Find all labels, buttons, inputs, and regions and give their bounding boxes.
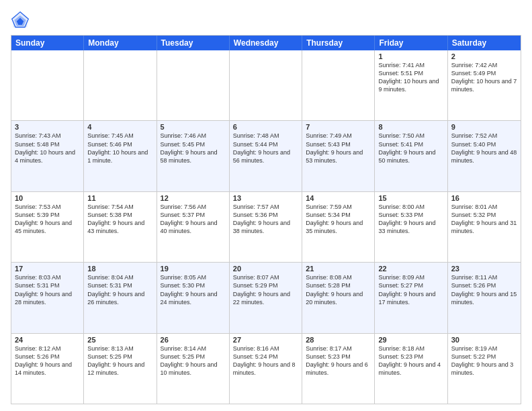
day-cell: 27Sunrise: 8:16 AM Sunset: 5:24 PM Dayli… bbox=[230, 334, 302, 404]
header bbox=[11, 11, 521, 30]
day-number: 4 bbox=[87, 123, 152, 131]
day-cell: 26Sunrise: 8:14 AM Sunset: 5:25 PM Dayli… bbox=[157, 334, 230, 404]
calendar-body: 1Sunrise: 7:41 AM Sunset: 5:51 PM Daylig… bbox=[11, 50, 521, 404]
calendar-row: 24Sunrise: 8:12 AM Sunset: 5:26 PM Dayli… bbox=[11, 333, 521, 404]
weekday-friday: Friday bbox=[375, 36, 447, 50]
day-number: 14 bbox=[306, 194, 371, 202]
day-cell: 7Sunrise: 7:49 AM Sunset: 5:43 PM Daylig… bbox=[302, 121, 375, 191]
weekday-tuesday: Tuesday bbox=[157, 36, 230, 50]
day-info: Sunrise: 7:41 AM Sunset: 5:51 PM Dayligh… bbox=[378, 61, 443, 94]
day-number: 26 bbox=[161, 336, 226, 344]
day-info: Sunrise: 8:11 AM Sunset: 5:26 PM Dayligh… bbox=[451, 273, 517, 306]
empty-cell bbox=[157, 50, 230, 120]
day-number: 15 bbox=[378, 194, 443, 202]
day-cell: 29Sunrise: 8:18 AM Sunset: 5:23 PM Dayli… bbox=[375, 334, 447, 404]
day-info: Sunrise: 7:59 AM Sunset: 5:34 PM Dayligh… bbox=[306, 203, 371, 236]
day-info: Sunrise: 7:54 AM Sunset: 5:38 PM Dayligh… bbox=[87, 203, 152, 236]
day-cell: 10Sunrise: 7:53 AM Sunset: 5:39 PM Dayli… bbox=[11, 192, 84, 262]
empty-cell bbox=[230, 50, 302, 120]
day-info: Sunrise: 8:00 AM Sunset: 5:33 PM Dayligh… bbox=[378, 203, 443, 236]
day-number: 1 bbox=[378, 52, 443, 60]
empty-cell bbox=[11, 50, 84, 120]
day-number: 23 bbox=[451, 265, 517, 273]
day-info: Sunrise: 7:50 AM Sunset: 5:41 PM Dayligh… bbox=[378, 132, 443, 165]
day-cell: 14Sunrise: 7:59 AM Sunset: 5:34 PM Dayli… bbox=[302, 192, 375, 262]
day-info: Sunrise: 8:18 AM Sunset: 5:23 PM Dayligh… bbox=[378, 345, 443, 377]
day-cell: 19Sunrise: 8:05 AM Sunset: 5:30 PM Dayli… bbox=[157, 263, 230, 332]
day-info: Sunrise: 7:43 AM Sunset: 5:48 PM Dayligh… bbox=[15, 132, 80, 165]
day-number: 7 bbox=[306, 123, 371, 131]
day-number: 16 bbox=[451, 194, 517, 202]
day-cell: 12Sunrise: 7:56 AM Sunset: 5:37 PM Dayli… bbox=[157, 192, 230, 262]
day-number: 24 bbox=[15, 336, 80, 344]
calendar: SundayMondayTuesdayWednesdayThursdayFrid… bbox=[11, 35, 521, 404]
day-number: 21 bbox=[306, 265, 371, 273]
day-cell: 30Sunrise: 8:19 AM Sunset: 5:22 PM Dayli… bbox=[448, 334, 521, 404]
day-cell: 20Sunrise: 8:07 AM Sunset: 5:29 PM Dayli… bbox=[230, 263, 302, 332]
day-cell: 18Sunrise: 8:04 AM Sunset: 5:31 PM Dayli… bbox=[84, 263, 157, 332]
day-cell: 21Sunrise: 8:08 AM Sunset: 5:28 PM Dayli… bbox=[302, 263, 375, 332]
day-info: Sunrise: 8:12 AM Sunset: 5:26 PM Dayligh… bbox=[15, 345, 80, 377]
day-info: Sunrise: 7:57 AM Sunset: 5:36 PM Dayligh… bbox=[233, 203, 298, 236]
day-number: 12 bbox=[161, 194, 226, 202]
day-number: 30 bbox=[451, 336, 517, 344]
calendar-row: 3Sunrise: 7:43 AM Sunset: 5:48 PM Daylig… bbox=[11, 120, 521, 191]
weekday-thursday: Thursday bbox=[302, 36, 375, 50]
day-cell: 16Sunrise: 8:01 AM Sunset: 5:32 PM Dayli… bbox=[448, 192, 521, 262]
day-cell: 8Sunrise: 7:50 AM Sunset: 5:41 PM Daylig… bbox=[375, 121, 447, 191]
day-number: 18 bbox=[87, 265, 152, 273]
day-cell: 4Sunrise: 7:45 AM Sunset: 5:46 PM Daylig… bbox=[84, 121, 157, 191]
day-number: 22 bbox=[378, 265, 443, 273]
day-number: 28 bbox=[306, 336, 371, 344]
calendar-row: 10Sunrise: 7:53 AM Sunset: 5:39 PM Dayli… bbox=[11, 191, 521, 262]
empty-cell bbox=[302, 50, 375, 120]
day-info: Sunrise: 7:46 AM Sunset: 5:45 PM Dayligh… bbox=[161, 132, 226, 165]
day-cell: 25Sunrise: 8:13 AM Sunset: 5:25 PM Dayli… bbox=[84, 334, 157, 404]
day-info: Sunrise: 8:14 AM Sunset: 5:25 PM Dayligh… bbox=[161, 345, 226, 377]
day-cell: 28Sunrise: 8:17 AM Sunset: 5:23 PM Dayli… bbox=[302, 334, 375, 404]
day-number: 29 bbox=[378, 336, 443, 344]
day-number: 6 bbox=[233, 123, 298, 131]
day-info: Sunrise: 7:52 AM Sunset: 5:40 PM Dayligh… bbox=[451, 132, 517, 165]
day-cell: 22Sunrise: 8:09 AM Sunset: 5:27 PM Dayli… bbox=[375, 263, 447, 332]
day-number: 13 bbox=[233, 194, 298, 202]
day-cell: 23Sunrise: 8:11 AM Sunset: 5:26 PM Dayli… bbox=[448, 263, 521, 332]
page: SundayMondayTuesdayWednesdayThursdayFrid… bbox=[0, 0, 532, 411]
calendar-header: SundayMondayTuesdayWednesdayThursdayFrid… bbox=[11, 36, 521, 50]
day-number: 27 bbox=[233, 336, 298, 344]
day-number: 17 bbox=[15, 265, 80, 273]
day-cell: 24Sunrise: 8:12 AM Sunset: 5:26 PM Dayli… bbox=[11, 334, 84, 404]
logo-icon bbox=[11, 11, 30, 30]
day-info: Sunrise: 7:56 AM Sunset: 5:37 PM Dayligh… bbox=[161, 203, 226, 236]
day-cell: 1Sunrise: 7:41 AM Sunset: 5:51 PM Daylig… bbox=[375, 50, 447, 120]
day-info: Sunrise: 8:09 AM Sunset: 5:27 PM Dayligh… bbox=[378, 273, 443, 306]
weekday-monday: Monday bbox=[84, 36, 157, 50]
day-number: 8 bbox=[378, 123, 443, 131]
day-number: 25 bbox=[87, 336, 152, 344]
calendar-row: 17Sunrise: 8:03 AM Sunset: 5:31 PM Dayli… bbox=[11, 262, 521, 332]
weekday-sunday: Sunday bbox=[11, 36, 84, 50]
day-cell: 3Sunrise: 7:43 AM Sunset: 5:48 PM Daylig… bbox=[11, 121, 84, 191]
day-info: Sunrise: 7:42 AM Sunset: 5:49 PM Dayligh… bbox=[451, 61, 517, 94]
day-cell: 11Sunrise: 7:54 AM Sunset: 5:38 PM Dayli… bbox=[84, 192, 157, 262]
day-cell: 13Sunrise: 7:57 AM Sunset: 5:36 PM Dayli… bbox=[230, 192, 302, 262]
day-number: 3 bbox=[15, 123, 80, 131]
day-info: Sunrise: 7:53 AM Sunset: 5:39 PM Dayligh… bbox=[15, 203, 80, 236]
empty-cell bbox=[84, 50, 157, 120]
day-number: 20 bbox=[233, 265, 298, 273]
day-info: Sunrise: 8:13 AM Sunset: 5:25 PM Dayligh… bbox=[87, 345, 152, 377]
day-number: 10 bbox=[15, 194, 80, 202]
weekday-saturday: Saturday bbox=[448, 36, 521, 50]
logo bbox=[11, 11, 32, 30]
day-info: Sunrise: 8:19 AM Sunset: 5:22 PM Dayligh… bbox=[451, 345, 517, 377]
weekday-wednesday: Wednesday bbox=[230, 36, 302, 50]
day-cell: 5Sunrise: 7:46 AM Sunset: 5:45 PM Daylig… bbox=[157, 121, 230, 191]
day-info: Sunrise: 7:45 AM Sunset: 5:46 PM Dayligh… bbox=[87, 132, 152, 165]
day-number: 5 bbox=[161, 123, 226, 131]
day-info: Sunrise: 8:08 AM Sunset: 5:28 PM Dayligh… bbox=[306, 273, 371, 306]
day-cell: 17Sunrise: 8:03 AM Sunset: 5:31 PM Dayli… bbox=[11, 263, 84, 332]
day-info: Sunrise: 8:03 AM Sunset: 5:31 PM Dayligh… bbox=[15, 273, 80, 306]
day-info: Sunrise: 8:04 AM Sunset: 5:31 PM Dayligh… bbox=[87, 273, 152, 306]
day-info: Sunrise: 7:48 AM Sunset: 5:44 PM Dayligh… bbox=[233, 132, 298, 165]
day-number: 19 bbox=[161, 265, 226, 273]
